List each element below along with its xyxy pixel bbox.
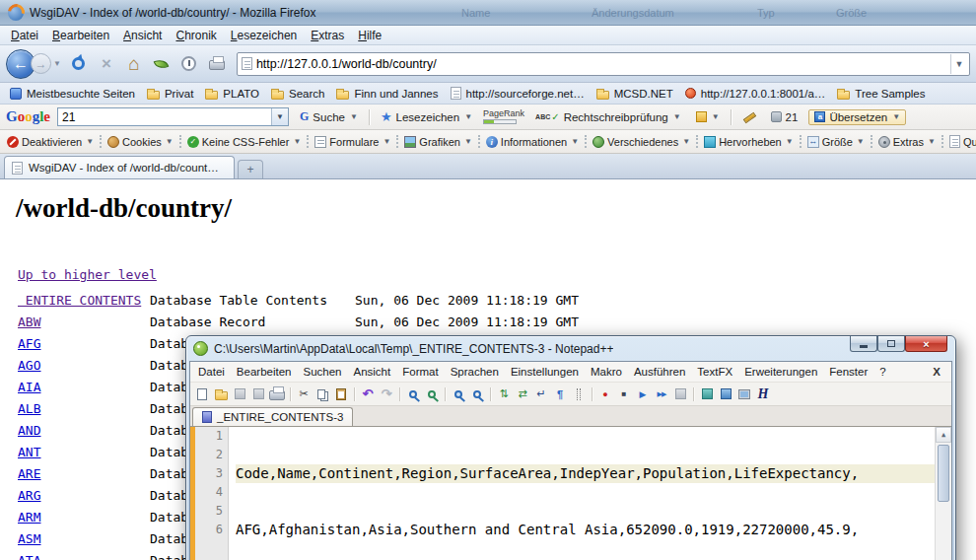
new-tab-button[interactable]: + bbox=[238, 160, 263, 178]
link-are[interactable]: ARE bbox=[18, 466, 40, 481]
history-clock-button[interactable] bbox=[177, 50, 201, 78]
webdev-cookies[interactable]: Cookies▼ bbox=[105, 134, 176, 150]
menu-hilfe[interactable]: Hilfe bbox=[351, 27, 388, 44]
npp-menu-textfx[interactable]: TextFX bbox=[691, 364, 738, 380]
close-button[interactable]: × bbox=[905, 336, 947, 352]
npp-menu-einstellungen[interactable]: Einstellungen bbox=[505, 364, 585, 380]
bookmark-localhost-8001[interactable]: http://127.0.0.1:8001/a… bbox=[679, 86, 832, 102]
tab-wsgidav[interactable]: WsgiDAV - Index of /world-db/count… bbox=[4, 156, 235, 178]
redo-button[interactable]: ↷ bbox=[378, 385, 395, 402]
monitor-button[interactable] bbox=[735, 385, 753, 402]
webdev-information[interactable]: iInformationen▼ bbox=[483, 134, 582, 150]
print-button[interactable] bbox=[205, 50, 229, 78]
bookmark-most-visited[interactable]: Meistbesuchte Seiten bbox=[4, 86, 141, 102]
menu-chronik[interactable]: Chronik bbox=[169, 27, 223, 44]
replace-button[interactable] bbox=[423, 385, 441, 402]
bookmark-mcsd[interactable]: MCSD.NET bbox=[591, 86, 679, 102]
cut-button[interactable]: ✂ bbox=[295, 385, 313, 402]
undo-button[interactable]: ↶ bbox=[359, 385, 377, 402]
bookmark-finn-und-jannes[interactable]: Finn und Jannes bbox=[330, 86, 444, 102]
textfx-button[interactable]: H bbox=[754, 385, 772, 402]
word-wrap-button[interactable]: ↵ bbox=[532, 385, 550, 402]
indent-guide-button[interactable] bbox=[570, 385, 588, 402]
search-history-dropdown[interactable]: ▼ bbox=[271, 108, 288, 125]
sync-vertical-button[interactable]: ⇅ bbox=[495, 385, 513, 402]
bookmark-search[interactable]: Search bbox=[265, 86, 330, 102]
npp-menu-sprachen[interactable]: Sprachen bbox=[445, 364, 505, 380]
code-text[interactable]: Code,Name,Continent,Region,SurfaceArea,I… bbox=[229, 427, 951, 560]
zoom-in-button[interactable] bbox=[450, 385, 467, 402]
minimize-button[interactable] bbox=[850, 336, 877, 352]
stop-macro-button[interactable]: ■ bbox=[615, 385, 633, 402]
forward-button[interactable]: → bbox=[31, 53, 51, 74]
save-button[interactable] bbox=[231, 385, 248, 402]
google-bookmarks-button[interactable]: ★Lesezeichen▼ bbox=[377, 108, 476, 125]
translate-button[interactable]: aÜbersetzen▼ bbox=[808, 109, 906, 125]
spellcheck-button[interactable]: ABC✓Rechtschreibprüfung▼ bbox=[531, 109, 685, 125]
npp-menu-ansicht[interactable]: Ansicht bbox=[348, 364, 397, 380]
link-entire-contents[interactable]: ENTIRE CONTENTS bbox=[18, 293, 141, 308]
link-alb[interactable]: ALB bbox=[18, 401, 40, 416]
show-all-characters-button[interactable]: ¶ bbox=[551, 385, 569, 402]
webdev-disable[interactable]: Deaktivieren▼ bbox=[4, 134, 97, 150]
new-file-button[interactable] bbox=[193, 385, 211, 402]
autofill-button[interactable]: ▼ bbox=[692, 109, 724, 124]
function-list-button[interactable] bbox=[717, 385, 734, 402]
npp-menu-ausfuehren[interactable]: Ausführen bbox=[628, 364, 691, 380]
save-all-button[interactable] bbox=[249, 385, 267, 402]
url-input[interactable] bbox=[252, 57, 950, 71]
document-tab[interactable]: _ENTIRE_CONTENTS-3 bbox=[192, 407, 353, 426]
menu-lesezeichen[interactable]: Lesezeichen bbox=[224, 27, 304, 44]
google-search-input[interactable] bbox=[58, 108, 271, 125]
menu-extras[interactable]: Extras bbox=[304, 27, 351, 44]
pagerank-widget[interactable]: PageRank bbox=[483, 109, 524, 124]
bookmark-tree-samples[interactable]: Tree Samples bbox=[831, 86, 931, 102]
run-macro-multiple-button[interactable]: ▶▶ bbox=[653, 385, 670, 402]
open-file-button[interactable] bbox=[212, 385, 230, 402]
menu-ansicht[interactable]: Ansicht bbox=[116, 27, 169, 44]
play-macro-button[interactable]: ▶ bbox=[634, 385, 652, 402]
home-button[interactable]: ⌂ bbox=[122, 50, 146, 78]
link-asm[interactable]: ASM bbox=[18, 531, 40, 546]
npp-menu-datei[interactable]: Datei bbox=[192, 364, 231, 380]
npp-menu-suchen[interactable]: Suchen bbox=[297, 364, 347, 380]
doc-switcher-button[interactable] bbox=[698, 385, 716, 402]
webdev-images[interactable]: Grafiken▼ bbox=[401, 134, 475, 150]
notepadpp-titlebar[interactable]: C:\Users\Martin\AppData\Local\Temp\_ENTI… bbox=[189, 336, 952, 361]
firefox-titlebar[interactable]: WsgiDAV - Index of /world-db/country/ - … bbox=[0, 0, 976, 26]
npp-menu-format[interactable]: Format bbox=[396, 364, 444, 380]
bookmark-sourceforge[interactable]: http://sourceforge.net… bbox=[445, 85, 591, 102]
save-macro-button[interactable] bbox=[671, 385, 689, 402]
find-button[interactable] bbox=[404, 385, 422, 402]
webdev-outline[interactable]: Hervorheben▼ bbox=[701, 134, 797, 150]
webdev-tools[interactable]: Extras▼ bbox=[875, 134, 939, 150]
link-aia[interactable]: AIA bbox=[18, 380, 40, 394]
vertical-scrollbar[interactable]: ▲ bbox=[935, 427, 951, 560]
webdev-source[interactable]: Quelltext▼ bbox=[946, 133, 976, 150]
up-to-higher-level-link[interactable]: Up to higher level bbox=[18, 267, 157, 282]
link-ago[interactable]: AGO bbox=[18, 358, 40, 373]
history-dropdown-icon[interactable]: ▼ bbox=[53, 59, 61, 68]
link-arg[interactable]: ARG bbox=[18, 488, 40, 503]
link-ant[interactable]: ANT bbox=[18, 445, 40, 459]
webdev-resize[interactable]: ↔Größe▼ bbox=[804, 134, 868, 150]
npp-doc-close-button[interactable]: X bbox=[924, 366, 949, 378]
webdev-miscellaneous[interactable]: Verschiedenes▼ bbox=[590, 134, 693, 150]
zoom-out-button[interactable] bbox=[468, 385, 486, 402]
npp-menu-erweiterungen[interactable]: Erweiterungen bbox=[738, 364, 823, 380]
url-dropdown-button[interactable]: ▼ bbox=[950, 54, 967, 74]
paste-button[interactable] bbox=[332, 385, 350, 402]
record-macro-button[interactable]: ● bbox=[596, 385, 614, 402]
link-afg[interactable]: AFG bbox=[18, 336, 40, 351]
bookmark-plato[interactable]: PLATO bbox=[199, 86, 265, 102]
copy-button[interactable] bbox=[314, 385, 331, 402]
print-button[interactable] bbox=[268, 385, 286, 402]
npp-menu-help[interactable]: ? bbox=[873, 364, 891, 380]
scroll-up-arrow[interactable]: ▲ bbox=[936, 427, 951, 443]
npp-menu-bearbeiten[interactable]: Bearbeiten bbox=[231, 364, 298, 380]
npp-menu-fenster[interactable]: Fenster bbox=[823, 364, 873, 380]
stop-button[interactable]: × bbox=[95, 50, 118, 78]
greasemonkey-button[interactable] bbox=[150, 50, 174, 78]
npp-menu-makro[interactable]: Makro bbox=[585, 364, 628, 380]
sync-horizontal-button[interactable]: ⇄ bbox=[514, 385, 531, 402]
